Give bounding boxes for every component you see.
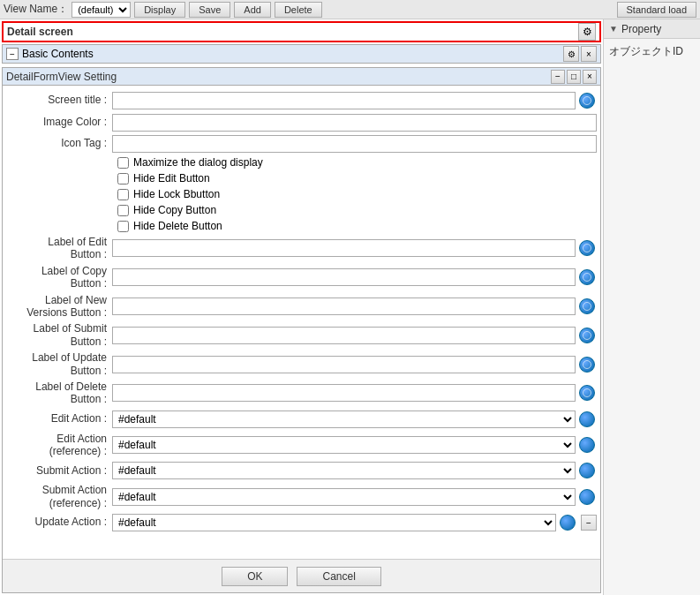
edit-action-ref-row: Edit Action (reference) : #default [6, 433, 597, 458]
hide-edit-label: Hide Edit Button [133, 172, 210, 185]
view-name-select[interactable]: (default) [72, 2, 131, 18]
globe-icon-delete [579, 385, 595, 401]
detail-screen-label: Detail screen [7, 26, 73, 38]
hide-delete-row: Hide Delete Button [117, 220, 597, 232]
icon-tag-row: Icon Tag : [6, 135, 597, 153]
property-panel: ▼ Property オブジェクトID [603, 19, 700, 595]
submit-action-ref-refresh-button[interactable] [577, 487, 597, 507]
edit-action-row: Edit Action : #default [6, 410, 597, 429]
save-button[interactable]: Save [189, 2, 230, 18]
display-button[interactable]: Display [134, 2, 185, 18]
property-title: Property [621, 23, 661, 35]
label-delete-globe-button[interactable] [577, 383, 597, 403]
submit-action-select[interactable]: #default [112, 462, 576, 479]
submit-action-ref-row: Submit Action (reference) : #default [6, 484, 597, 509]
label-copy-globe-button[interactable] [577, 267, 597, 287]
toolbar: View Name： (default) Display Save Add De… [0, 0, 700, 19]
dialog-minimize-button[interactable]: − [551, 70, 565, 84]
dialog-close-button[interactable]: × [583, 70, 597, 84]
globe-icon-edit [579, 240, 595, 256]
screen-title-row: Screen title : [6, 91, 597, 110]
standard-load-button[interactable]: Standard load [617, 2, 697, 18]
hide-delete-checkbox[interactable] [117, 221, 129, 232]
basic-contents-bar: − Basic Contents ⚙ × [2, 44, 601, 64]
update-action-select[interactable]: #default [112, 514, 556, 531]
detail-screen-header: Detail screen ⚙ [2, 21, 601, 42]
screen-title-globe-button[interactable] [577, 91, 597, 110]
screen-title-input[interactable] [112, 92, 576, 109]
label-delete-btn-row: Label of Delete Button : [6, 380, 597, 406]
property-object-id: オブジェクトID [609, 44, 695, 59]
bottom-bar: OK Cancel [3, 559, 600, 592]
hide-edit-checkbox[interactable] [117, 173, 129, 185]
maximize-dialog-checkbox[interactable] [117, 157, 129, 169]
property-header: ▼ Property [604, 19, 700, 39]
label-submit-btn-input[interactable] [112, 327, 576, 344]
label-new-versions-input[interactable] [112, 298, 576, 315]
submit-action-ref-label: Submit Action (reference) : [6, 484, 112, 509]
image-color-input[interactable] [112, 114, 597, 132]
maximize-dialog-label: Maximize the dialog display [133, 156, 263, 169]
hide-delete-label: Hide Delete Button [133, 220, 222, 232]
edit-action-label: Edit Action : [6, 412, 112, 426]
label-delete-btn-label: Label of Delete Button : [6, 380, 112, 406]
icon-tag-input[interactable] [112, 135, 597, 153]
delete-button[interactable]: Delete [275, 2, 322, 18]
form-content: Screen title : Image Color : [3, 86, 600, 559]
refresh-icon-update [560, 515, 576, 531]
dialog-title: DetailFormView Setting [6, 71, 117, 83]
add-button[interactable]: Add [234, 2, 271, 18]
ok-button[interactable]: OK [222, 567, 288, 586]
label-update-globe-button[interactable] [577, 355, 597, 374]
detail-screen-gear-button[interactable]: ⚙ [578, 23, 596, 41]
hide-lock-label: Hide Lock Bbutton [133, 188, 220, 200]
globe-icon-copy [579, 269, 595, 285]
cancel-button[interactable]: Cancel [297, 567, 380, 586]
image-color-row: Image Color : [6, 114, 597, 132]
update-action-row: Update Action : #default − [6, 513, 597, 532]
globe-icon-update [579, 357, 595, 373]
hide-lock-checkbox[interactable] [117, 189, 129, 200]
dialog-maximize-button[interactable]: □ [567, 70, 581, 84]
globe-icon [579, 93, 595, 109]
label-update-btn-label: Label of Update Button : [6, 351, 112, 377]
edit-action-ref-label: Edit Action (reference) : [6, 433, 112, 458]
update-action-minus-button[interactable]: − [581, 515, 597, 531]
basic-contents-label: Basic Contents [22, 48, 94, 60]
detail-form-view-dialog: DetailFormView Setting − □ × Screen titl… [2, 67, 601, 593]
label-edit-btn-label: Label of Edit Button : [6, 236, 112, 261]
globe-icon-submit [579, 328, 595, 343]
label-update-btn-row: Label of Update Button : [6, 351, 597, 377]
label-new-versions-globe-button[interactable] [577, 297, 597, 316]
label-new-versions-row: Label of New Versions Button : [6, 294, 597, 320]
update-action-label: Update Action : [6, 516, 112, 530]
edit-action-refresh-button[interactable] [577, 410, 597, 429]
property-content: オブジェクトID [604, 39, 700, 64]
submit-action-refresh-button[interactable] [577, 461, 597, 480]
basic-contents-gear-button[interactable]: ⚙ [563, 46, 579, 62]
refresh-icon-submit [579, 463, 595, 478]
submit-action-row: Submit Action : #default [6, 461, 597, 480]
submit-action-ref-select[interactable]: #default [112, 488, 576, 506]
refresh-icon-edit-ref [579, 437, 595, 453]
basic-contents-close-button[interactable]: × [581, 46, 597, 62]
hide-copy-checkbox[interactable] [117, 205, 129, 216]
hide-lock-row: Hide Lock Bbutton [117, 188, 597, 200]
edit-action-ref-refresh-button[interactable] [577, 435, 597, 455]
label-copy-btn-input[interactable] [112, 268, 576, 286]
label-edit-btn-input[interactable] [112, 239, 576, 257]
label-copy-btn-row: Label of Copy Button : [6, 265, 597, 290]
label-submit-btn-label: Label of Submit Button : [6, 322, 112, 348]
edit-action-select[interactable]: #default [112, 410, 576, 428]
label-delete-btn-input[interactable] [112, 384, 576, 402]
collapse-button[interactable]: − [6, 48, 19, 60]
label-edit-globe-button[interactable] [577, 238, 597, 258]
label-edit-btn-row: Label of Edit Button : [6, 236, 597, 261]
label-submit-globe-button[interactable] [577, 326, 597, 345]
edit-action-ref-select[interactable]: #default [112, 436, 576, 454]
refresh-icon-edit [579, 411, 595, 427]
chevron-down-icon: ▼ [609, 24, 618, 34]
update-action-refresh-button[interactable] [558, 513, 577, 532]
label-update-btn-input[interactable] [112, 356, 576, 373]
image-color-label: Image Color : [6, 116, 112, 130]
